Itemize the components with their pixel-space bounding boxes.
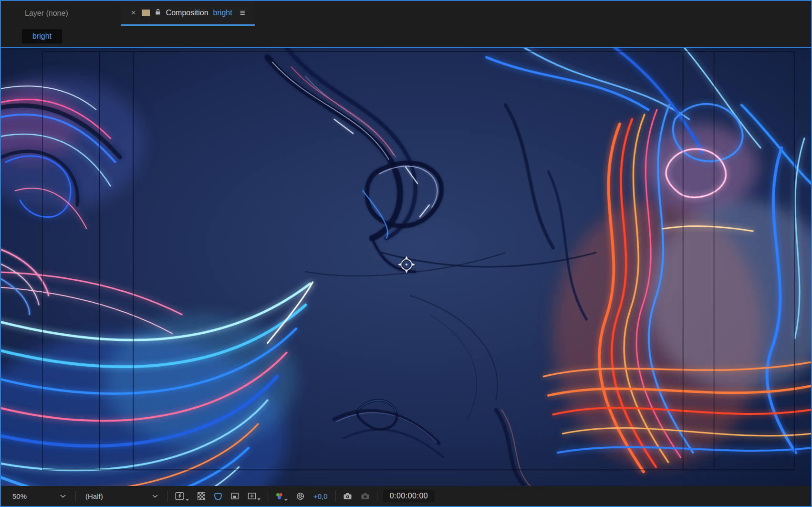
composition-navigator: bright: [1, 26, 811, 47]
mask-outline-icon: [214, 492, 222, 500]
rgb-dots-icon: [275, 492, 283, 500]
camera-icon: [343, 492, 352, 500]
resolution-value: (Half): [85, 492, 103, 500]
zoom-value: 50%: [12, 492, 27, 500]
tab-layer[interactable]: Layer (none): [15, 1, 78, 26]
toolbar-divider: [268, 491, 268, 501]
tab-composition[interactable]: × Composition bright ≡: [121, 1, 255, 26]
composition-breadcrumb-label: bright: [32, 32, 52, 40]
panel-tab-bar: Layer (none) × Composition bright ≡: [1, 1, 811, 26]
checkerboard-icon: [198, 492, 205, 500]
toolbar-divider: [75, 491, 76, 501]
toolbar-divider: [377, 491, 377, 501]
mask-visibility-toggle[interactable]: [212, 491, 224, 502]
camera-ghost-icon: [361, 492, 370, 500]
dropdown-caret-icon: [284, 499, 288, 501]
reset-exposure-button[interactable]: [295, 491, 306, 502]
resolution-dropdown[interactable]: (Half): [82, 490, 162, 502]
composition-breadcrumb-button[interactable]: bright: [22, 29, 62, 43]
grid-and-guides-button[interactable]: [246, 491, 262, 501]
transparency-grid-button[interactable]: [196, 491, 207, 501]
chevron-down-icon: [60, 495, 66, 498]
composition-panel: Layer (none) × Composition bright ≡ brig…: [1, 1, 811, 506]
viewer-toolbar: 50% (Half): [1, 486, 811, 506]
composition-viewport[interactable]: [1, 47, 811, 486]
timecode-display[interactable]: 0:00:00:00: [383, 490, 435, 502]
lock-icon[interactable]: [155, 8, 161, 17]
safe-frame-icon: [248, 492, 256, 500]
dropdown-caret-icon: [186, 499, 189, 501]
region-of-interest-button[interactable]: [229, 491, 240, 501]
lightning-icon: [175, 492, 185, 500]
zoom-dropdown[interactable]: 50%: [9, 490, 70, 502]
dropdown-caret-icon: [257, 498, 260, 501]
tab-composition-name: bright: [213, 9, 232, 17]
channel-settings-button[interactable]: [274, 491, 289, 502]
tab-layer-label: Layer (none): [25, 9, 68, 18]
panel-color-swatch-icon: [142, 10, 150, 16]
nested-rect-icon: [231, 492, 239, 500]
aperture-icon: [296, 492, 304, 500]
show-snapshot-button[interactable]: [359, 491, 371, 501]
fast-previews-button[interactable]: [174, 490, 190, 502]
toolbar-divider: [167, 491, 168, 501]
close-icon[interactable]: ×: [130, 9, 137, 17]
tab-composition-label: Composition: [166, 9, 208, 17]
toolbar-divider: [335, 491, 336, 501]
chevron-down-icon: [152, 495, 158, 498]
take-snapshot-button[interactable]: [342, 491, 354, 501]
render-artwork: [1, 48, 811, 486]
panel-menu-icon[interactable]: ≡: [240, 8, 245, 18]
exposure-value[interactable]: +0,0: [312, 492, 330, 500]
